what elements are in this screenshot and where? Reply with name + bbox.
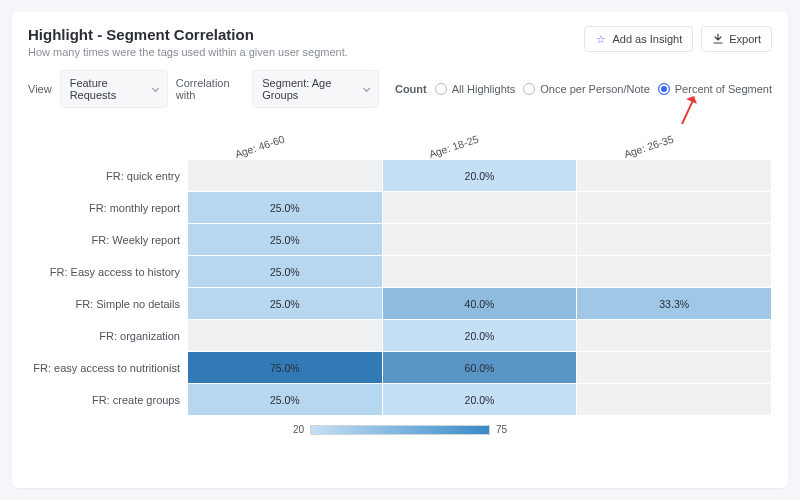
- controls-row: View Feature Requests Correlation with S…: [28, 70, 772, 108]
- row-label: FR: Easy access to history: [28, 256, 188, 288]
- heatmap-cell: 40.0%: [383, 288, 578, 319]
- heatmap-cell: 20.0%: [383, 384, 578, 415]
- row-label: FR: quick entry: [28, 160, 188, 192]
- row-label: FR: organization: [28, 320, 188, 352]
- column-header: Age: 46-60: [233, 133, 286, 160]
- table-row: 20.0%: [188, 320, 772, 352]
- table-row: 25.0%: [188, 192, 772, 224]
- heatmap-cell: [577, 320, 772, 351]
- chevron-down-icon: [152, 84, 159, 91]
- heatmap-cell: [383, 256, 578, 287]
- count-label: Count: [395, 83, 427, 95]
- report-card: Highlight - Segment Correlation How many…: [12, 12, 788, 488]
- star-icon: ☆: [595, 33, 607, 45]
- legend-min: 20: [293, 424, 304, 435]
- heatmap-cell: 25.0%: [188, 256, 383, 287]
- heatmap-cell: 20.0%: [383, 320, 578, 351]
- heatmap-cells: 20.0%25.0%25.0%25.0%25.0%40.0%33.3%20.0%…: [188, 160, 772, 416]
- radio-icon: [435, 83, 447, 95]
- heatmap-cell: 20.0%: [383, 160, 578, 191]
- legend-gradient: [310, 425, 490, 435]
- corr-label: Correlation with: [176, 77, 244, 101]
- heatmap-cell: 33.3%: [577, 288, 772, 319]
- header-actions: ☆ Add as Insight Export: [584, 26, 772, 52]
- add-insight-button[interactable]: ☆ Add as Insight: [584, 26, 693, 52]
- table-row: 25.0%20.0%: [188, 384, 772, 416]
- heatmap-cell: [577, 224, 772, 255]
- heatmap-cell: 25.0%: [188, 192, 383, 223]
- header-titles: Highlight - Segment Correlation How many…: [28, 26, 348, 58]
- table-row: 25.0%40.0%33.3%: [188, 288, 772, 320]
- radio-percent-segment[interactable]: Percent of Segment: [658, 83, 772, 95]
- row-label: FR: Simple no details: [28, 288, 188, 320]
- header: Highlight - Segment Correlation How many…: [28, 26, 772, 58]
- export-button[interactable]: Export: [701, 26, 772, 52]
- view-value: Feature Requests: [70, 77, 147, 101]
- heatmap-cell: 75.0%: [188, 352, 383, 383]
- heatmap-cell: [577, 160, 772, 191]
- radio-once-label: Once per Person/Note: [540, 83, 649, 95]
- download-icon: [712, 33, 724, 45]
- table-row: 25.0%: [188, 224, 772, 256]
- row-label: FR: monthly report: [28, 192, 188, 224]
- column-header: Age: 26-35: [622, 133, 675, 160]
- heatmap-cell: 25.0%: [188, 224, 383, 255]
- chevron-down-icon: [363, 84, 370, 91]
- row-label: FR: create groups: [28, 384, 188, 416]
- row-label: FR: Weekly report: [28, 224, 188, 256]
- row-label: FR: easy access to nutritionist: [28, 352, 188, 384]
- radio-icon: [658, 83, 670, 95]
- page-subtitle: How many times were the tags used within…: [28, 46, 348, 58]
- heatmap-cell: [188, 160, 383, 191]
- table-row: 20.0%: [188, 160, 772, 192]
- heatmap-cell: [383, 192, 578, 223]
- radio-icon: [523, 83, 535, 95]
- heatmap-cell: 60.0%: [383, 352, 578, 383]
- heatmap-cell: [577, 192, 772, 223]
- heatmap: Age: 46-60Age: 18-25Age: 26-35 FR: quick…: [28, 112, 772, 468]
- export-label: Export: [729, 33, 761, 45]
- heatmap-cell: 25.0%: [188, 288, 383, 319]
- heatmap-cell: [383, 224, 578, 255]
- table-row: 75.0%60.0%: [188, 352, 772, 384]
- table-row: 25.0%: [188, 256, 772, 288]
- heatmap-cell: [577, 352, 772, 383]
- radio-all-label: All Highlights: [452, 83, 516, 95]
- view-label: View: [28, 83, 52, 95]
- add-insight-label: Add as Insight: [612, 33, 682, 45]
- page-title: Highlight - Segment Correlation: [28, 26, 348, 43]
- heatmap-grid: FR: quick entryFR: monthly reportFR: Wee…: [28, 160, 772, 416]
- legend: 20 75: [28, 424, 772, 435]
- corr-value: Segment: Age Groups: [262, 77, 358, 101]
- corr-select[interactable]: Segment: Age Groups: [252, 70, 379, 108]
- heatmap-cell: [577, 384, 772, 415]
- heatmap-cell: [188, 320, 383, 351]
- row-labels: FR: quick entryFR: monthly reportFR: Wee…: [28, 160, 188, 416]
- heatmap-cell: 25.0%: [188, 384, 383, 415]
- view-select[interactable]: Feature Requests: [60, 70, 168, 108]
- radio-pct-label: Percent of Segment: [675, 83, 772, 95]
- column-header: Age: 18-25: [428, 133, 481, 160]
- column-headers: Age: 46-60Age: 18-25Age: 26-35: [188, 112, 772, 160]
- radio-once[interactable]: Once per Person/Note: [523, 83, 649, 95]
- heatmap-cell: [577, 256, 772, 287]
- legend-max: 75: [496, 424, 507, 435]
- radio-all-highlights[interactable]: All Highlights: [435, 83, 516, 95]
